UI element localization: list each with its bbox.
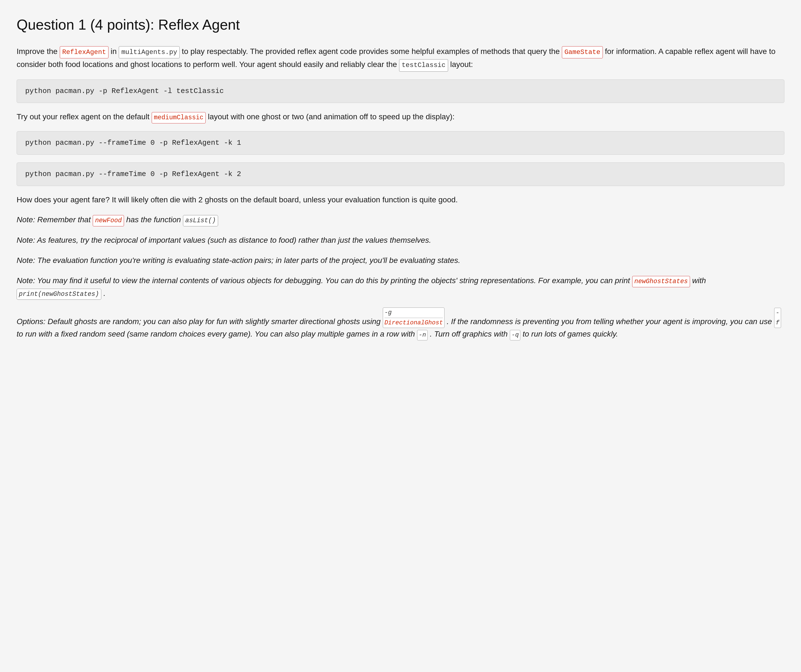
options-text-between2: to run with a fixed random seed (same ra… <box>17 330 417 338</box>
note4-text-between: with <box>692 276 706 285</box>
note1-text-between: has the function <box>126 215 183 224</box>
code-block-1: python pacman.py -p ReflexAgent -l testC… <box>17 79 784 103</box>
note-3: Note: The evaluation function you're wri… <box>17 254 784 267</box>
reflex-agent-badge: ReflexAgent <box>60 46 108 58</box>
paragraph-3: How does your agent fare? It will likely… <box>17 194 784 206</box>
new-food-badge: newFood <box>93 215 124 227</box>
test-classic-badge: testClassic <box>399 59 448 71</box>
code-block-2: python pacman.py --frameTime 0 -p Reflex… <box>17 131 784 155</box>
note1-prefix: Note: <box>17 215 35 224</box>
options-text-after: to run lots of games quickly. <box>523 330 618 338</box>
note-4: Note: You may find it useful to view the… <box>17 275 784 300</box>
note2-text: As features, try the reciprocal of impor… <box>37 236 431 244</box>
options-paragraph: Options: Default ghosts are random; you … <box>17 307 784 341</box>
f-flag-badge: -f <box>774 308 781 328</box>
para1-text-after: layout: <box>450 60 473 69</box>
options-text-between3: . Turn off graphics with <box>430 330 510 338</box>
options-text-before: Default ghosts are random; you can also … <box>48 317 383 326</box>
note4-text-before: You may find it useful to view the inter… <box>37 276 632 285</box>
para1-text-between2: to play respectably. The provided reflex… <box>182 47 562 56</box>
code-block-3: python pacman.py --frameTime 0 -p Reflex… <box>17 162 784 186</box>
paragraph-2: Try out your reflex agent on the default… <box>17 111 784 124</box>
medium-classic-badge: mediumClassic <box>152 112 206 124</box>
note2-prefix: Note: <box>17 236 35 244</box>
note3-text: The evaluation function you're writing i… <box>37 256 460 265</box>
note-2: Note: As features, try the reciprocal of… <box>17 234 784 247</box>
note1-text-before: Remember that <box>37 215 93 224</box>
game-state-badge: GameState <box>562 46 603 58</box>
g-flag-badge: -gDirectionalGhost <box>383 307 444 328</box>
options-prefix: Options: <box>17 317 45 326</box>
as-list-badge: asList() <box>183 215 218 227</box>
page-title: Question 1 (4 points): Reflex Agent <box>17 14 784 35</box>
print-ghost-states-badge: print(newGhostStates) <box>17 289 101 300</box>
para2-text-before: Try out your reflex agent on the default <box>17 113 152 121</box>
n-flag-badge: -n <box>417 330 428 340</box>
para1-text-between1: in <box>111 47 119 56</box>
note4-text-after: . <box>103 289 106 297</box>
new-ghost-states-badge: newGhostStates <box>632 276 690 287</box>
note3-prefix: Note: <box>17 256 35 265</box>
paragraph-1: Improve the ReflexAgent in multiAgents.p… <box>17 45 784 72</box>
para2-text-after: layout with one ghost or two (and animat… <box>208 113 454 121</box>
multi-agents-badge: multiAgents.py <box>119 46 180 58</box>
note4-prefix: Note: <box>17 276 35 285</box>
note-1: Note: Remember that newFood has the func… <box>17 214 784 227</box>
q-flag-badge: -q <box>510 330 520 340</box>
options-text-between1: . If the randomness is preventing you fr… <box>447 317 774 326</box>
para1-text-before1: Improve the <box>17 47 60 56</box>
